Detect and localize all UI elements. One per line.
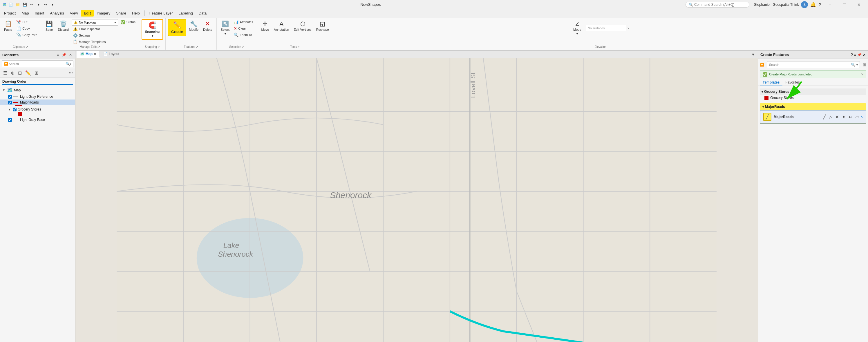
more-icon[interactable]: ••• (69, 71, 73, 75)
save-button[interactable]: 💾 Save (43, 19, 55, 33)
elevation-expand[interactable]: › (627, 26, 631, 30)
snapping-expand[interactable]: ↗ (158, 45, 160, 49)
zoom-to-button[interactable]: 🔍 Zoom To (232, 32, 254, 38)
grocery-stores-item[interactable]: Grocery Stores (760, 95, 866, 101)
tool-split[interactable]: ✦ (841, 114, 846, 120)
snapping-button[interactable]: 🧲 Snapping ▾ (142, 19, 163, 40)
menu-labeling[interactable]: Labeling (176, 10, 196, 17)
contents-close-icon[interactable]: ✕ (68, 53, 73, 57)
light-gray-ref-checkbox[interactable] (8, 95, 12, 99)
tab-templates[interactable]: Templates (760, 79, 782, 86)
cf-search-input[interactable] (769, 63, 850, 66)
cylinder-icon[interactable]: ⊕ (10, 70, 16, 76)
layer-item-light-gray-ref[interactable]: Light Gray Reference (0, 94, 75, 99)
grid-icon[interactable]: ⊞ (34, 70, 39, 76)
restore-button[interactable]: ❐ (838, 0, 851, 9)
map-tab-dropdown[interactable]: ▾ (750, 52, 756, 57)
notifications-icon[interactable]: 🔔 (810, 2, 816, 7)
annotation-button[interactable]: A Annotation (272, 19, 291, 33)
save-btn[interactable]: 💾 (22, 1, 28, 8)
clipboard-expand[interactable]: ↗ (26, 45, 28, 49)
open-btn[interactable]: 📁 (14, 1, 21, 8)
status-button[interactable]: ✅ Status (119, 19, 137, 25)
contents-search-icon[interactable]: 🔍 (66, 62, 70, 66)
cf-search-dropdown[interactable]: ▾ (857, 63, 858, 66)
minimize-button[interactable]: − (823, 0, 837, 9)
menu-help[interactable]: Help (129, 10, 143, 17)
cf-settings-icon[interactable]: ⊞ (863, 62, 866, 67)
delete-button[interactable]: ✕ Delete (202, 19, 214, 33)
contents-pin-icon[interactable]: 📌 (61, 53, 67, 57)
light-gray-base-checkbox[interactable] (8, 118, 12, 122)
copy-button[interactable]: 📄 Copy (15, 26, 38, 31)
grocery-stores-header[interactable]: ▾ Grocery Stores (760, 89, 866, 95)
copy-path-button[interactable]: 📎 Copy Path (15, 32, 38, 38)
cut-button[interactable]: ✂️ Cut (15, 19, 38, 25)
tool-delete[interactable]: ✕ (835, 114, 840, 120)
map-canvas[interactable]: Shenorock Lake Shenorock Lovell St 292 (75, 58, 758, 342)
contents-search-input[interactable] (9, 62, 66, 66)
undo-btn[interactable]: ↩ (28, 1, 35, 8)
undo-dropdown[interactable]: ▾ (35, 1, 42, 8)
menu-analysis[interactable]: Analysis (47, 10, 67, 17)
topology-dropdown[interactable]: ⚠️ No Topology ▾ (72, 19, 118, 26)
contents-search-expand[interactable]: ▾ (70, 62, 71, 66)
tool-polygon[interactable]: ▱ (855, 114, 859, 120)
layer-item-map[interactable]: ▼ 🗺️ Map (0, 87, 75, 94)
layer-item-major-roads[interactable]: MajorRoads (0, 99, 75, 105)
no-surfaces-input[interactable]: No surfaces (586, 25, 626, 31)
menu-feature-layer[interactable]: Feature Layer (147, 10, 176, 17)
command-search-input[interactable] (694, 3, 744, 7)
help-icon[interactable]: ? (818, 2, 821, 7)
menu-map[interactable]: Map (19, 10, 32, 17)
settings-button[interactable]: ⚙️ Settings (72, 32, 118, 38)
menu-edit[interactable]: Edit (81, 10, 94, 17)
discard-button[interactable]: 🗑️ Discard (56, 19, 70, 33)
new-btn[interactable]: 📄 (7, 1, 14, 8)
edit-vertices-button[interactable]: ⬡ Edit Vertices (292, 19, 313, 33)
attributes-button[interactable]: 📊 Attributes (232, 19, 254, 25)
features-expand[interactable]: ↗ (196, 45, 198, 49)
paste-button[interactable]: 📋 Paste (2, 19, 14, 33)
layer-item-light-gray-base[interactable]: Light Gray Base (0, 117, 75, 123)
manage-edits-expand[interactable]: ↗ (98, 45, 100, 49)
menu-share[interactable]: Share (113, 10, 129, 17)
menu-data[interactable]: Data (196, 10, 210, 17)
move-button[interactable]: ✛ Move (259, 19, 271, 33)
reshape-button[interactable]: ◱ Reshape (314, 19, 331, 33)
error-inspector-button[interactable]: ⚠️ Error Inspector (72, 26, 118, 32)
pencil-icon[interactable]: ✏️ (24, 70, 32, 76)
menu-view[interactable]: View (67, 10, 81, 17)
manage-templates-button[interactable]: 📋 Manage Templates (72, 39, 118, 45)
tab-favorites[interactable]: Favorites (782, 79, 802, 86)
close-button[interactable]: ✕ (852, 0, 866, 9)
tool-vertex[interactable]: △ (828, 114, 833, 120)
select-button[interactable]: ↖️ Select ▾ (219, 19, 231, 37)
major-roads-checkbox[interactable] (8, 101, 12, 104)
list-view-icon[interactable]: ☰ (2, 70, 8, 76)
menu-insert[interactable]: Insert (32, 10, 47, 17)
major-roads-section-header[interactable]: ▾ MajorRoads (760, 103, 866, 110)
tab-map[interactable]: 🗺️ Map ✕ (76, 51, 100, 58)
cf-help-icon[interactable]: ? (851, 53, 853, 57)
cf-close-icon[interactable]: ✕ (863, 53, 866, 57)
redo-btn[interactable]: ↪ (42, 1, 49, 8)
major-roads-template-row[interactable]: ╱ MajorRoads ╱ △ ✕ ✦ ↩ ▱ › (760, 110, 866, 124)
tools-expand[interactable]: ↗ (297, 45, 300, 49)
map-tab-close[interactable]: ✕ (94, 53, 96, 56)
menu-imagery[interactable]: Imagery (94, 10, 113, 17)
create-button[interactable]: ✏️ Create (168, 19, 186, 36)
grocery-checkbox[interactable] (13, 107, 17, 112)
layer-item-grocery-stores[interactable]: ▼ Grocery Stores (0, 106, 75, 112)
cf-pin-icon[interactable]: 📌 (857, 53, 862, 57)
template-nav-arrow[interactable]: › (861, 114, 863, 120)
contents-menu-icon[interactable]: ≡ (56, 53, 60, 57)
clear-button[interactable]: ✕ Clear (232, 26, 254, 31)
tool-line[interactable]: ╱ (823, 114, 827, 120)
cf-menu-icon[interactable]: ≡ (854, 53, 856, 57)
selection-icon[interactable]: ⊡ (17, 70, 23, 76)
tab-layout[interactable]: 📄 Layout (100, 51, 123, 58)
menu-project[interactable]: Project (1, 10, 19, 17)
cf-search-btn[interactable]: 🔍 (851, 63, 855, 67)
tool-curve[interactable]: ↩ (848, 114, 853, 120)
